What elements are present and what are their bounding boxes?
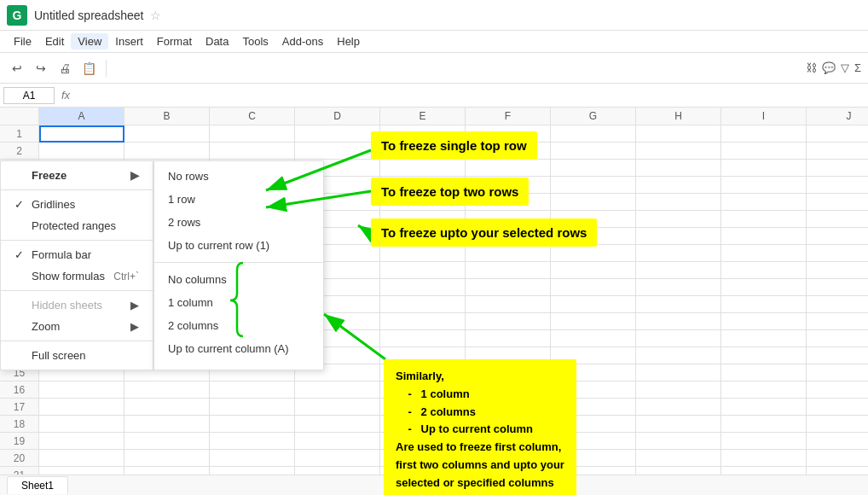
col-header-C[interactable]: C: [210, 108, 295, 125]
cell-H20[interactable]: [636, 450, 721, 467]
cell-G1[interactable]: [551, 125, 636, 143]
cell-J2[interactable]: [807, 143, 868, 160]
menu-zoom[interactable]: Zoom ▶: [1, 316, 153, 337]
cell-I15[interactable]: [721, 364, 807, 381]
freeze-no-rows[interactable]: No rows: [154, 165, 323, 188]
cell-I6[interactable]: [721, 211, 807, 228]
col-header-J[interactable]: J: [807, 108, 868, 125]
cell-J13[interactable]: [807, 330, 868, 347]
col-header-D[interactable]: D: [295, 108, 380, 125]
freeze-1-col[interactable]: 1 column: [154, 291, 323, 314]
cell-H3[interactable]: [636, 160, 721, 177]
cell-G9[interactable]: [551, 262, 636, 279]
menu-formula-bar[interactable]: ✓ Formula bar: [1, 244, 153, 265]
cell-I18[interactable]: [721, 416, 807, 433]
menu-tools[interactable]: Tools: [235, 33, 275, 50]
cell-I16[interactable]: [721, 381, 807, 399]
menu-data[interactable]: Data: [199, 33, 235, 50]
cell-C1[interactable]: [210, 125, 295, 143]
cell-J16[interactable]: [807, 381, 868, 399]
cell-J12[interactable]: [807, 313, 868, 330]
cell-I4[interactable]: [721, 177, 807, 194]
cell-H10[interactable]: [636, 279, 721, 296]
cell-F13[interactable]: [466, 330, 551, 347]
cell-G13[interactable]: [551, 330, 636, 347]
col-header-B[interactable]: B: [124, 108, 210, 125]
cell-D20[interactable]: [295, 450, 380, 467]
cell-G4[interactable]: [551, 177, 636, 194]
cell-I7[interactable]: [721, 228, 807, 245]
cell-I3[interactable]: [721, 160, 807, 177]
cell-H8[interactable]: [636, 245, 721, 262]
cell-J6[interactable]: [807, 211, 868, 228]
menu-hidden-sheets[interactable]: Hidden sheets ▶: [1, 294, 153, 316]
cell-G2[interactable]: [551, 143, 636, 160]
cell-F11[interactable]: [466, 296, 551, 313]
cell-C17[interactable]: [210, 399, 295, 416]
menu-freeze[interactable]: Freeze ▶: [1, 165, 153, 186]
cell-C18[interactable]: [210, 416, 295, 433]
cell-J10[interactable]: [807, 279, 868, 296]
menu-gridlines[interactable]: ✓ Gridlines: [1, 194, 153, 215]
cell-E10[interactable]: [380, 279, 466, 296]
cell-J1[interactable]: [807, 125, 868, 143]
cell-J14[interactable]: [807, 347, 868, 364]
cell-D17[interactable]: [295, 399, 380, 416]
menu-format[interactable]: Format: [150, 33, 199, 50]
cell-H19[interactable]: [636, 433, 721, 450]
freeze-current-col[interactable]: Up to current column (A): [154, 337, 323, 360]
cell-J19[interactable]: [807, 433, 868, 450]
cell-A16[interactable]: [39, 381, 124, 399]
toolbar-print[interactable]: 🖨: [55, 58, 75, 79]
cell-J17[interactable]: [807, 399, 868, 416]
cell-H7[interactable]: [636, 228, 721, 245]
cell-A17[interactable]: [39, 399, 124, 416]
cell-E12[interactable]: [380, 313, 466, 330]
cell-H2[interactable]: [636, 143, 721, 160]
cell-H17[interactable]: [636, 399, 721, 416]
cell-B1[interactable]: [124, 125, 210, 143]
cell-F8[interactable]: [466, 245, 551, 262]
cell-B20[interactable]: [124, 450, 210, 467]
cell-D19[interactable]: [295, 433, 380, 450]
cell-G11[interactable]: [551, 296, 636, 313]
cell-A2[interactable]: [39, 143, 124, 160]
cell-J20[interactable]: [807, 450, 868, 467]
toolbar-redo[interactable]: ↪: [31, 58, 51, 79]
cell-B19[interactable]: [124, 433, 210, 450]
cell-I11[interactable]: [721, 296, 807, 313]
cell-H14[interactable]: [636, 347, 721, 364]
cell-I8[interactable]: [721, 245, 807, 262]
cell-H18[interactable]: [636, 416, 721, 433]
cell-J7[interactable]: [807, 228, 868, 245]
col-header-H[interactable]: H: [636, 108, 721, 125]
col-header-F[interactable]: F: [466, 108, 551, 125]
cell-I20[interactable]: [721, 450, 807, 467]
toolbar-undo[interactable]: ↩: [7, 58, 27, 79]
cell-B17[interactable]: [124, 399, 210, 416]
cell-D1[interactable]: [295, 125, 380, 143]
cell-A1[interactable]: [39, 125, 124, 143]
freeze-2-cols[interactable]: 2 columns: [154, 314, 323, 337]
sheet-tab[interactable]: Sheet1: [7, 476, 68, 494]
cell-I17[interactable]: [721, 399, 807, 416]
cell-E11[interactable]: [380, 296, 466, 313]
cell-F9[interactable]: [466, 262, 551, 279]
cell-G5[interactable]: [551, 194, 636, 211]
cell-H12[interactable]: [636, 313, 721, 330]
cell-D18[interactable]: [295, 416, 380, 433]
cell-I13[interactable]: [721, 330, 807, 347]
cell-J3[interactable]: [807, 160, 868, 177]
menu-addons[interactable]: Add-ons: [275, 33, 330, 50]
cell-J11[interactable]: [807, 296, 868, 313]
cell-H1[interactable]: [636, 125, 721, 143]
cell-H16[interactable]: [636, 381, 721, 399]
cell-J8[interactable]: [807, 245, 868, 262]
cell-F3[interactable]: [466, 160, 551, 177]
cell-D16[interactable]: [295, 381, 380, 399]
cell-B16[interactable]: [124, 381, 210, 399]
cell-F10[interactable]: [466, 279, 551, 296]
cell-I9[interactable]: [721, 262, 807, 279]
freeze-current-row[interactable]: Up to current row (1): [154, 234, 323, 257]
star-icon[interactable]: ☆: [150, 9, 161, 22]
